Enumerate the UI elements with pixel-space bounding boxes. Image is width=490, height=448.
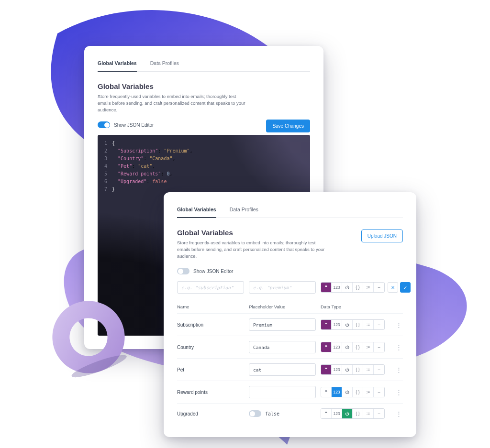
type-chip-array[interactable]: :≡ [363, 320, 374, 329]
code-line: 5 "Reward points": 0, [100, 170, 305, 178]
type-chip-string[interactable]: ❝ [321, 342, 332, 352]
cancel-new-variable-button[interactable]: ✕ [388, 282, 398, 293]
type-chip-boolean[interactable]: ⏻ [342, 283, 353, 292]
type-chip-array[interactable]: :≡ [363, 342, 374, 352]
show-json-editor-label: Show JSON Editor [193, 269, 233, 274]
type-chip-object[interactable]: { } [353, 342, 363, 352]
new-variable-value-input[interactable] [249, 281, 316, 294]
tab-data-profiles[interactable]: Data Profiles [150, 56, 179, 71]
variable-row: Reward points❝123⏻{ }:≡–⋮ [177, 381, 403, 403]
section-title: Global Variables [98, 82, 310, 90]
save-changes-button[interactable]: Save Changes [266, 120, 310, 132]
tab-data-profiles[interactable]: Data Profiles [230, 203, 258, 218]
type-chip-array[interactable]: :≡ [363, 283, 374, 292]
data-type-selector[interactable]: ❝123⏻{ }:≡– [321, 342, 385, 352]
variable-type-cell: ❝123⏻{ }:≡– [321, 319, 390, 330]
new-variable-name-input[interactable] [177, 281, 244, 294]
variable-type-cell: ❝123⏻{ }:≡– [321, 342, 390, 352]
type-chip-null[interactable]: – [374, 283, 384, 292]
tabs: Global Variables Data Profiles [177, 203, 403, 218]
type-chip-null[interactable]: – [374, 320, 384, 329]
type-chip-boolean[interactable]: ⏻ [342, 387, 353, 397]
variable-row: Country❝123⏻{ }:≡–⋮ [177, 336, 403, 358]
code-line: 4 "Pet": "cat", [100, 163, 305, 170]
section-description: Store frequently-used variables to embed… [98, 93, 246, 113]
code-line: 2 "Subscription": "Premium", [100, 147, 305, 155]
variable-value-input[interactable] [249, 386, 316, 398]
type-chip-boolean[interactable]: ⏻ [342, 320, 353, 329]
type-chip-object[interactable]: { } [353, 387, 363, 397]
tab-global-variables[interactable]: Global Variables [98, 56, 137, 72]
type-chip-number[interactable]: 123 [332, 283, 342, 292]
show-json-editor-toggle[interactable] [98, 121, 110, 128]
data-type-selector[interactable]: ❝123⏻{ }:≡– [321, 364, 385, 375]
variable-name: Upgraded [177, 411, 244, 416]
col-name: Name [177, 304, 244, 309]
type-chip-number[interactable]: 123 [332, 320, 342, 329]
type-chip-array[interactable]: :≡ [363, 409, 374, 418]
type-chip-number[interactable]: 123 [332, 409, 342, 418]
row-menu-button[interactable]: ⋮ [394, 366, 403, 373]
svg-point-0 [70, 351, 128, 380]
variable-value-input[interactable] [249, 363, 316, 376]
variable-name: Subscription [177, 322, 244, 328]
tabs: Global Variables Data Profiles [98, 56, 310, 72]
variable-value-boolean: false [249, 410, 316, 417]
variable-name: Country [177, 345, 244, 350]
variable-name: Pet [177, 367, 244, 372]
type-chip-array[interactable]: :≡ [363, 387, 374, 397]
type-chip-string[interactable]: ❝ [321, 320, 332, 329]
section-title: Global Variables [177, 229, 325, 237]
type-chip-object[interactable]: { } [353, 365, 363, 374]
variable-value-input[interactable] [249, 341, 316, 353]
type-chip-number[interactable]: 123 [332, 365, 342, 374]
row-menu-button[interactable]: ⋮ [394, 321, 403, 328]
type-chip-number[interactable]: 123 [332, 342, 342, 352]
type-chip-object[interactable]: { } [353, 320, 363, 329]
variable-value-input[interactable] [249, 318, 316, 331]
boolean-value-label: false [265, 411, 279, 416]
show-json-editor-toggle[interactable] [177, 268, 189, 274]
data-type-selector[interactable]: ❝123⏻{ }:≡– [321, 282, 385, 293]
variable-type-cell: ❝123⏻{ }:≡– [321, 408, 390, 419]
code-line: 6 "Upgraded": false [100, 178, 305, 186]
col-type: Data Type [321, 304, 390, 309]
type-chip-object[interactable]: { } [353, 283, 363, 292]
row-menu-button[interactable]: ⋮ [394, 344, 403, 351]
show-json-editor-label: Show JSON Editor [114, 122, 154, 128]
data-type-selector[interactable]: ❝123⏻{ }:≡– [321, 408, 385, 419]
type-chip-null[interactable]: – [374, 409, 384, 418]
confirm-new-variable-button[interactable]: ✓ [400, 282, 411, 293]
type-chip-null[interactable]: – [374, 365, 384, 374]
type-chip-boolean[interactable]: ⏻ [342, 342, 353, 352]
variable-row: Pet❝123⏻{ }:≡–⋮ [177, 358, 403, 381]
type-chip-null[interactable]: – [374, 342, 384, 352]
boolean-toggle[interactable] [249, 410, 261, 417]
data-type-selector[interactable]: ❝123⏻{ }:≡– [321, 319, 385, 330]
code-line: 1{ [100, 140, 305, 147]
variable-type-cell: ❝123⏻{ }:≡– [321, 364, 390, 375]
data-type-selector[interactable]: ❝123⏻{ }:≡– [321, 387, 385, 397]
row-menu-button[interactable]: ⋮ [394, 410, 403, 417]
upload-json-button[interactable]: Upload JSON [361, 229, 403, 242]
row-menu-button[interactable]: ⋮ [394, 389, 403, 396]
variable-type-cell: ❝123⏻{ }:≡– [321, 387, 390, 397]
section-description: Store frequently-used variables to embed… [177, 240, 325, 259]
code-line: 3 "Country": "Canada", [100, 155, 305, 163]
table-headers: Name Placeholder Value Data Type [177, 304, 403, 313]
col-value: Placeholder Value [249, 304, 316, 309]
type-chip-string[interactable]: ❝ [321, 387, 332, 397]
variable-builder-panel: Global Variables Data Profiles Global Va… [164, 192, 416, 437]
variable-row: Subscription❝123⏻{ }:≡–⋮ [177, 313, 403, 336]
type-chip-string[interactable]: ❝ [321, 409, 332, 418]
type-chip-array[interactable]: :≡ [363, 365, 374, 374]
type-chip-string[interactable]: ❝ [321, 283, 332, 292]
tab-global-variables[interactable]: Global Variables [177, 203, 216, 218]
new-variable-row: ❝123⏻{ }:≡– ✕ ✓ [177, 281, 403, 294]
type-chip-boolean[interactable]: ⏻ [342, 409, 353, 418]
type-chip-number[interactable]: 123 [332, 387, 342, 397]
type-chip-null[interactable]: – [374, 387, 384, 397]
type-chip-string[interactable]: ❝ [321, 365, 332, 374]
type-chip-boolean[interactable]: ⏻ [342, 365, 353, 374]
type-chip-object[interactable]: { } [353, 409, 363, 418]
